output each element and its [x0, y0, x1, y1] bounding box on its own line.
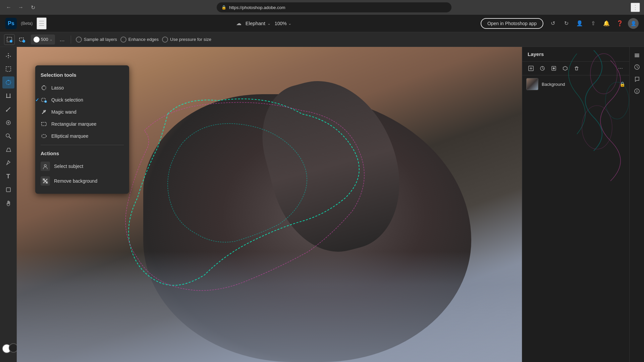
adjust-layer-button[interactable] [538, 64, 547, 73]
tool-option-rectangular-marquee[interactable]: Rectangular marquee [35, 118, 129, 130]
tool-brush[interactable] [2, 103, 14, 115]
tool-pen[interactable] [2, 157, 14, 169]
tool-eraser[interactable] [2, 143, 14, 156]
info-icon-btn[interactable] [632, 86, 642, 97]
svg-point-13 [44, 85, 45, 86]
action-remove-background[interactable]: Remove background [35, 174, 129, 188]
zoom-chevron: ⌄ [288, 21, 291, 26]
brush-preview [34, 37, 40, 43]
quick-selection-label: Quick selection [51, 97, 83, 103]
tool-option-lasso[interactable]: Lasso [35, 82, 129, 94]
tool-clone[interactable] [2, 130, 14, 142]
file-name-chevron: ⌄ [267, 21, 271, 26]
zoom-button[interactable]: 100% ⌄ [275, 21, 291, 26]
sample-all-layers-toggle[interactable]: Sample all layers [76, 37, 117, 43]
enhance-edges-toggle[interactable]: Enhance edges [120, 37, 159, 43]
svg-point-11 [8, 161, 9, 162]
undo-button[interactable]: ↺ [547, 18, 558, 29]
quick-selection-icon [41, 97, 47, 103]
selection-tools-panel: Selection tools Lasso ✓ [35, 65, 129, 194]
tool-text[interactable]: T [2, 170, 14, 182]
beta-badge: (Beta) [21, 21, 33, 26]
lasso-icon [41, 84, 47, 91]
profile-button[interactable]: 👤 [574, 18, 585, 29]
sample-all-layers-label: Sample all layers [84, 37, 117, 42]
back-button[interactable]: ← [4, 3, 13, 12]
ps-logo: Ps [5, 18, 17, 29]
redo-button[interactable]: ↻ [561, 18, 572, 29]
browser-menu-button[interactable]: ⋮ [631, 3, 640, 12]
svg-rect-30 [635, 54, 639, 55]
svg-point-8 [6, 110, 7, 112]
color-swatches [2, 344, 15, 359]
enhance-edges-checkbox[interactable] [120, 37, 126, 43]
layer-name: Background [542, 82, 616, 87]
file-name-button[interactable]: Elephant ⌄ [246, 20, 271, 26]
select-subject-icon [41, 162, 50, 171]
file-name-text: Elephant [246, 20, 265, 26]
sample-all-layers-checkbox[interactable] [76, 37, 82, 43]
tool-option-magic-wand[interactable]: Magic wand [35, 106, 129, 118]
far-right-panel [629, 47, 644, 362]
selection-tool-group: + - [4, 34, 28, 45]
svg-point-29 [553, 67, 555, 69]
pressure-size-checkbox[interactable] [162, 37, 168, 43]
layers-icon-btn[interactable] [632, 50, 642, 60]
open-in-photoshop-button[interactable]: Open in Photoshop app [481, 18, 543, 29]
tool-crop[interactable] [2, 90, 14, 102]
mask-layer-button[interactable] [549, 64, 558, 73]
rectangular-marquee-icon [41, 121, 47, 127]
user-avatar[interactable]: 👤 [628, 18, 639, 29]
lasso-label: Lasso [51, 85, 64, 90]
magic-wand-icon [41, 109, 47, 115]
svg-text:+: + [10, 41, 12, 43]
object-selection-button[interactable]: + [4, 34, 15, 45]
svg-point-17 [42, 134, 46, 138]
pressure-size-toggle[interactable]: Use pressure for size [162, 37, 211, 43]
main-area: T [0, 47, 644, 362]
more-layer-options[interactable]: ⋯ [616, 64, 625, 73]
more-options-button[interactable]: ... [58, 36, 66, 43]
notifications-button[interactable]: 🔔 [601, 18, 612, 29]
svg-point-25 [582, 106, 612, 149]
smart-object-button[interactable] [560, 64, 570, 73]
app-bar-right: ↺ ↻ 👤 ⇧ 🔔 ❓ 👤 [547, 18, 639, 29]
options-toolbar: + - 500 ⌄ ... Sample all layers Enhance … [0, 32, 644, 47]
tool-hand[interactable] [2, 197, 14, 209]
tool-lasso[interactable] [2, 76, 14, 88]
hamburger-button[interactable]: ☰ [37, 17, 47, 29]
remove-background-label: Remove background [54, 178, 97, 184]
forward-button[interactable]: → [16, 3, 25, 12]
tool-option-elliptical-marquee[interactable]: Elliptical marquee [35, 130, 129, 142]
layer-lock-icon: 🔒 [620, 81, 625, 87]
remove-background-icon [41, 176, 50, 186]
tool-rectangular-select[interactable] [2, 63, 14, 75]
svg-rect-6 [6, 67, 11, 71]
background-layer[interactable]: Background 🔒 [522, 75, 629, 93]
tool-healing[interactable] [2, 117, 14, 129]
help-button[interactable]: ❓ [614, 18, 625, 29]
refresh-button[interactable]: ↻ [28, 3, 38, 12]
svg-rect-16 [42, 122, 46, 126]
app-bar: Ps (Beta) ☰ ☁ Elephant ⌄ 100% ⌄ Open in … [0, 15, 644, 32]
layer-thumbnail [526, 78, 538, 90]
tool-option-quick-selection[interactable]: ✓ Quick selection [35, 94, 129, 106]
tool-move[interactable] [2, 50, 14, 62]
brush-size-control[interactable]: 500 ⌄ [31, 35, 55, 45]
elliptical-marquee-icon [41, 133, 47, 139]
canvas-area[interactable]: Selection tools Lasso ✓ [17, 47, 522, 362]
action-select-subject[interactable]: Select subject [35, 159, 129, 174]
browser-navbar: ← → ↻ 🔒 https://photoshop.adobe.com ⋮ [0, 0, 644, 15]
delete-layer-button[interactable] [572, 64, 581, 73]
share-button[interactable]: ⇧ [588, 18, 598, 29]
brush-size-value: 500 [41, 37, 48, 42]
enhance-edges-label: Enhance edges [128, 37, 159, 42]
add-layer-button[interactable] [526, 64, 536, 73]
address-bar[interactable]: 🔒 https://photoshop.adobe.com [217, 2, 451, 12]
svg-point-18 [44, 165, 46, 167]
chat-icon-btn[interactable] [632, 74, 642, 84]
properties-icon-btn[interactable] [632, 62, 642, 72]
tool-shape[interactable] [2, 184, 14, 196]
quick-selection-button[interactable]: - [17, 34, 28, 45]
zoom-level-text: 100% [275, 21, 287, 26]
